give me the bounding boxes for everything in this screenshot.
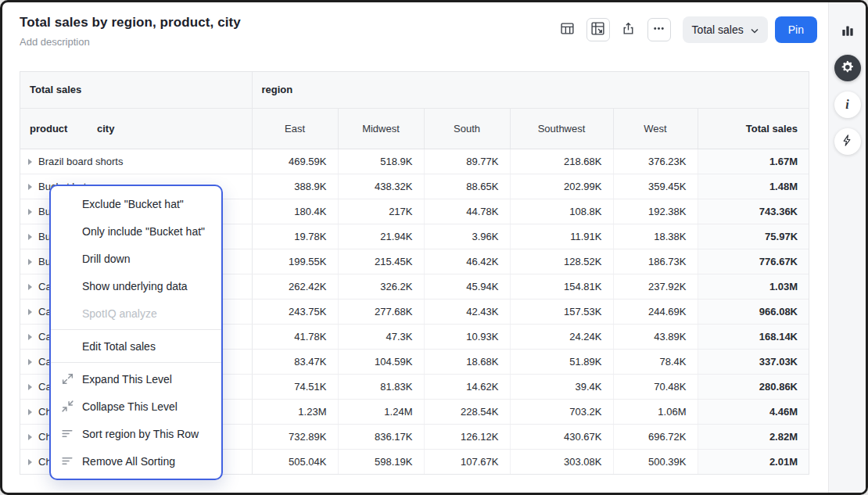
expand-caret-icon[interactable] [28, 309, 32, 315]
value-cell: 217K [338, 199, 424, 224]
column-header-total-sales[interactable]: Total sales [698, 108, 809, 149]
menu-item-expand-this-level[interactable]: Expand This Level [51, 365, 221, 393]
expand-caret-icon[interactable] [28, 209, 32, 215]
menu-item-collapse-this-level[interactable]: Collapse This Level [51, 393, 221, 420]
table-view-button[interactable] [556, 18, 579, 41]
value-cell: 696.72K [613, 424, 698, 449]
column-group-header-region: region [252, 72, 809, 108]
value-cell: 518.9K [338, 149, 424, 174]
expand-caret-icon[interactable] [28, 459, 32, 465]
value-cell: 41.78K [252, 324, 338, 349]
column-header-southwest[interactable]: Southwest [510, 108, 613, 149]
menu-item-remove-all-sorting[interactable]: Remove All Sorting [51, 447, 221, 475]
expand-caret-icon[interactable] [28, 359, 32, 365]
chevron-down-icon [751, 23, 759, 36]
info-button[interactable]: i [834, 91, 861, 118]
menu-item-label: Show underlying data [82, 280, 188, 292]
sort-icon [61, 454, 74, 468]
menu-divider [51, 329, 221, 330]
menu-divider [51, 362, 221, 363]
right-rail: i [828, 2, 866, 493]
value-cell: 500.39K [613, 449, 698, 474]
value-cell: 228.54K [424, 399, 510, 424]
column-header-west[interactable]: West [613, 108, 698, 149]
menu-item-sort-region-by-this-row[interactable]: Sort region by This Row [51, 420, 221, 447]
value-cell: 104.59K [338, 349, 424, 374]
expand-caret-icon[interactable] [28, 284, 32, 290]
value-cell: 46.42K [424, 249, 510, 274]
pivot-view-icon [590, 21, 605, 38]
settings-button[interactable] [834, 55, 861, 81]
value-cell: 14.62K [424, 374, 510, 399]
collapse-icon [61, 400, 74, 413]
pin-button[interactable]: Pin [775, 16, 817, 43]
value-cell: 732.89K [252, 424, 338, 449]
spotiq-button[interactable] [834, 128, 861, 155]
row-dimension-headers: product city [20, 108, 252, 149]
expand-caret-icon[interactable] [28, 409, 32, 415]
expand-caret-icon[interactable] [28, 384, 32, 390]
value-cell: 44.78K [424, 199, 510, 224]
value-cell: 1.48M [698, 174, 809, 199]
add-description-link[interactable]: Add description [20, 36, 241, 48]
value-cell: 199.55K [252, 249, 338, 274]
menu-item-show-underlying-data[interactable]: Show underlying data [51, 272, 221, 300]
expand-caret-icon[interactable] [28, 234, 32, 240]
column-header-south[interactable]: South [424, 108, 510, 149]
value-cell: 192.38K [613, 199, 698, 224]
value-cell: 966.08K [698, 299, 809, 324]
table-view-icon [560, 21, 575, 38]
lightning-icon [841, 134, 854, 149]
menu-item-edit-total-sales[interactable]: Edit Total sales [51, 332, 221, 360]
value-cell: 337.03K [698, 349, 809, 374]
value-cell: 505.04K [252, 449, 338, 474]
menu-item-drill-down[interactable]: Drill down [51, 245, 221, 272]
value-cell: 598.19K [338, 449, 424, 474]
value-cell: 74.51K [252, 374, 338, 399]
expand-caret-icon[interactable] [28, 184, 32, 190]
expand-caret-icon[interactable] [28, 334, 32, 340]
toolbar: Total sales Pin [556, 15, 817, 43]
measure-dropdown-label: Total sales [692, 23, 744, 36]
measure-dropdown[interactable]: Total sales [683, 16, 768, 43]
value-cell: 388.9K [252, 174, 338, 199]
page-title: Total sales by region, product, city [20, 15, 241, 30]
app-window: Total sales by region, product, city Add… [0, 0, 868, 495]
value-cell: 126.12K [424, 424, 510, 449]
value-cell: 186.73K [613, 249, 698, 274]
more-options-button[interactable] [647, 18, 671, 41]
expand-caret-icon[interactable] [28, 434, 32, 440]
menu-item-exclude-bucket-hat[interactable]: Exclude "Bucket hat" [51, 190, 221, 217]
column-header-east[interactable]: East [252, 108, 338, 149]
measure-corner-label: Total sales [20, 72, 252, 108]
value-cell: 1.23M [252, 399, 338, 424]
value-cell: 218.68K [510, 149, 613, 174]
share-button[interactable] [617, 18, 640, 41]
value-cell: 70.48K [613, 374, 698, 399]
expand-icon [61, 372, 74, 386]
value-cell: 43.89K [613, 324, 698, 349]
value-cell: 469.59K [252, 149, 338, 174]
value-cell: 202.99K [510, 174, 613, 199]
value-cell: 376.23K [613, 149, 698, 174]
value-cell: 83.47K [252, 349, 338, 374]
expand-caret-icon[interactable] [28, 159, 32, 165]
value-cell: 743.36K [698, 199, 809, 224]
menu-item-label: Exclude "Bucket hat" [82, 198, 184, 210]
value-cell: 21.94K [338, 224, 424, 249]
expand-caret-icon[interactable] [28, 259, 32, 265]
value-cell: 168.14K [698, 324, 809, 349]
value-cell: 3.96K [424, 224, 510, 249]
value-cell: 262.42K [252, 274, 338, 299]
row-label-brazil-board-shorts[interactable]: Brazil board shorts [20, 149, 252, 174]
value-cell: 39.4K [510, 374, 613, 399]
chart-config-button[interactable] [834, 18, 861, 45]
value-cell: 703.2K [510, 399, 613, 424]
column-header-midwest[interactable]: Midwest [338, 108, 424, 149]
gear-icon [840, 59, 855, 77]
title-block: Total sales by region, product, city Add… [20, 15, 241, 48]
value-cell: 108.8K [510, 199, 613, 224]
pivot-view-button[interactable] [586, 18, 610, 41]
menu-item-only-include-bucket-hat[interactable]: Only include "Bucket hat" [51, 217, 221, 245]
value-cell: 430.67K [510, 424, 613, 449]
